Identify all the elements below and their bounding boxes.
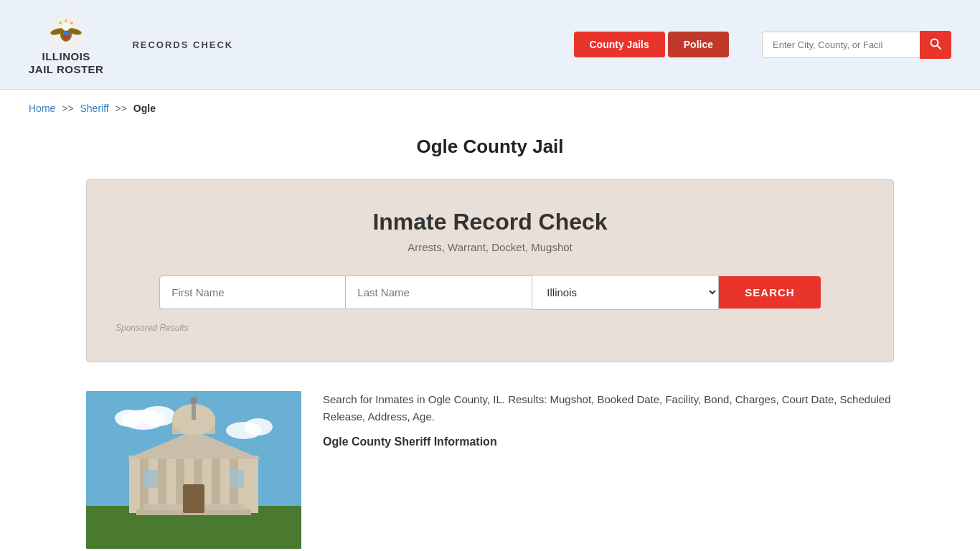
svg-point-17 xyxy=(244,418,273,435)
svg-point-15 xyxy=(115,410,143,427)
record-check-subtitle: Arrests, Warrant, Docket, Mugshot xyxy=(116,241,864,253)
last-name-input[interactable] xyxy=(346,276,532,309)
record-check-title: Inmate Record Check xyxy=(116,209,864,235)
svg-point-14 xyxy=(140,406,176,426)
page-title-section: Ogle County Jail xyxy=(0,121,980,179)
page-title: Ogle County Jail xyxy=(29,136,951,158)
svg-rect-29 xyxy=(192,402,196,420)
inmate-search-form: Illinois Alabama Alaska Arizona Arkansas… xyxy=(116,275,864,310)
svg-point-7 xyxy=(59,22,62,24)
header-search-button[interactable] xyxy=(920,31,951,59)
breadcrumb-sep-2: >> xyxy=(116,103,127,114)
records-check-label: RECORDS CHECK xyxy=(132,39,233,50)
svg-line-11 xyxy=(938,45,941,49)
inmate-search-button[interactable]: SEARCH xyxy=(719,276,820,309)
site-header: ILLINOISJAIL ROSTER RECORDS CHECK County… xyxy=(0,0,980,90)
svg-point-8 xyxy=(65,19,67,22)
logo-text: ILLINOISJAIL ROSTER xyxy=(29,50,103,76)
state-select[interactable]: Illinois Alabama Alaska Arizona Arkansas… xyxy=(532,275,719,310)
svg-point-4 xyxy=(62,24,70,31)
content-text-area: Search for Inmates in Ogle County, IL. R… xyxy=(323,391,894,458)
content-sub-heading: Ogle County Sheriff Information xyxy=(323,433,894,451)
county-jails-button[interactable]: County Jails xyxy=(574,32,665,57)
svg-rect-34 xyxy=(143,470,158,488)
header-search-input[interactable] xyxy=(762,32,920,58)
svg-point-30 xyxy=(190,397,197,404)
site-logo[interactable]: ILLINOISJAIL ROSTER xyxy=(29,13,103,76)
content-section: Search for Inmates in Ogle County, IL. R… xyxy=(0,384,980,551)
breadcrumb-sheriff[interactable]: Sheriff xyxy=(80,103,109,114)
record-check-box: Inmate Record Check Arrests, Warrant, Do… xyxy=(86,179,894,362)
first-name-input[interactable] xyxy=(159,276,346,309)
illinois-seal-icon xyxy=(47,13,85,50)
svg-rect-33 xyxy=(183,484,204,513)
sponsored-results-label: Sponsored Results xyxy=(116,323,864,333)
nav-buttons: County Jails Police xyxy=(574,32,730,57)
breadcrumb-sep-1: >> xyxy=(62,103,73,114)
police-button[interactable]: Police xyxy=(668,32,729,57)
courthouse-illustration xyxy=(86,391,301,549)
content-description: Search for Inmates in Ogle County, IL. R… xyxy=(323,391,894,425)
breadcrumb: Home >> Sheriff >> Ogle xyxy=(0,90,980,121)
svg-point-9 xyxy=(70,22,73,24)
svg-rect-6 xyxy=(63,32,69,35)
breadcrumb-current: Ogle xyxy=(133,103,156,114)
header-search-bar xyxy=(762,31,951,59)
svg-rect-35 xyxy=(230,470,244,488)
search-icon xyxy=(930,38,941,50)
breadcrumb-home[interactable]: Home xyxy=(29,103,55,114)
courthouse-image xyxy=(86,391,301,549)
